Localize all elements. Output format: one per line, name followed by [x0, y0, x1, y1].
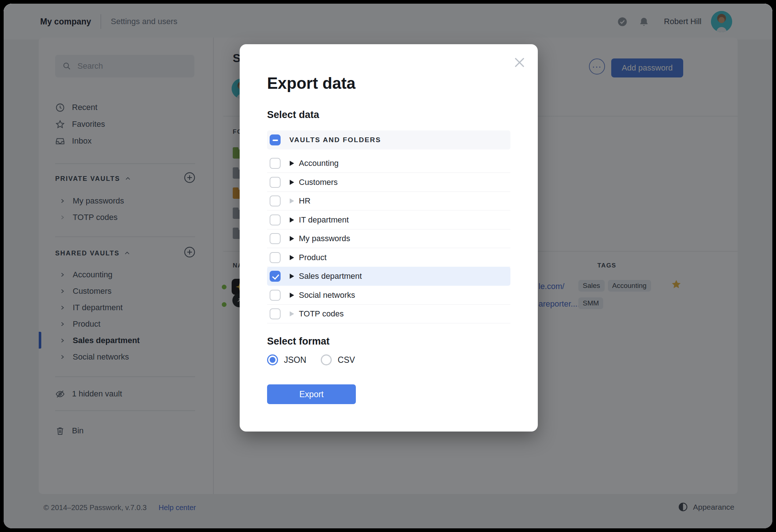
checkbox-unchecked[interactable] — [270, 290, 281, 301]
screen: My company Settings and users Robert Hil… — [0, 0, 776, 532]
select-format-heading: Select format — [267, 336, 330, 347]
export-item-totp-codes[interactable]: TOTP codes — [267, 304, 510, 323]
vaults-and-folders-group-row[interactable]: VAULTS AND FOLDERS — [267, 130, 510, 149]
export-item-social-networks[interactable]: Social networks — [267, 286, 510, 305]
checkbox-unchecked[interactable] — [270, 158, 281, 169]
expand-triangle-icon[interactable] — [290, 236, 294, 241]
export-item-hr[interactable]: HR — [267, 191, 510, 210]
group-checkbox-indeterminate[interactable] — [270, 134, 281, 145]
expand-triangle-icon[interactable] — [290, 255, 294, 260]
group-label: VAULTS AND FOLDERS — [289, 136, 381, 144]
export-item-my-passwords[interactable]: My passwords — [267, 229, 510, 248]
export-button[interactable]: Export — [267, 384, 356, 404]
checkbox-unchecked[interactable] — [270, 252, 281, 263]
expand-triangle-icon[interactable] — [290, 217, 294, 223]
export-item-customers[interactable]: Customers — [267, 173, 510, 192]
expand-triangle-icon[interactable] — [290, 293, 294, 298]
app-window: My company Settings and users Robert Hil… — [4, 4, 772, 528]
radio-csv-label[interactable]: CSV — [338, 355, 355, 365]
item-label: My passwords — [299, 234, 350, 243]
item-label: TOTP codes — [299, 309, 344, 319]
expand-triangle-icon[interactable] — [290, 274, 294, 279]
export-item-sales-department[interactable]: Sales department — [267, 267, 510, 286]
checkbox-checked[interactable] — [270, 271, 281, 282]
expand-triangle-icon[interactable] — [290, 161, 294, 166]
expand-triangle-icon[interactable] — [290, 180, 294, 185]
checkbox-unchecked[interactable] — [270, 195, 281, 206]
item-label: HR — [299, 196, 311, 206]
radio-json-label[interactable]: JSON — [284, 355, 306, 365]
radio-csv[interactable] — [321, 354, 332, 365]
close-icon[interactable] — [512, 55, 527, 70]
select-data-heading: Select data — [267, 109, 319, 121]
export-item-accounting[interactable]: Accounting — [267, 154, 510, 173]
item-label: Sales department — [299, 271, 362, 281]
modal-title: Export data — [267, 74, 355, 92]
item-label: Accounting — [299, 159, 339, 168]
item-label: Social networks — [299, 290, 355, 300]
checkbox-unchecked[interactable] — [270, 233, 281, 244]
expand-triangle-icon-disabled — [290, 198, 294, 204]
checkbox-unchecked[interactable] — [270, 214, 281, 225]
format-options: JSON CSV — [267, 354, 355, 365]
item-label: Customers — [299, 178, 338, 187]
expand-triangle-icon-disabled — [290, 311, 294, 316]
export-item-it-department[interactable]: IT department — [267, 210, 510, 229]
checkbox-unchecked[interactable] — [270, 308, 281, 319]
export-item-product[interactable]: Product — [267, 248, 510, 267]
checkbox-unchecked[interactable] — [270, 177, 281, 188]
item-label: IT department — [299, 215, 349, 225]
item-label: Product — [299, 253, 327, 262]
export-data-modal: Export data Select data VAULTS AND FOLDE… — [240, 44, 538, 432]
radio-json[interactable] — [267, 354, 278, 365]
